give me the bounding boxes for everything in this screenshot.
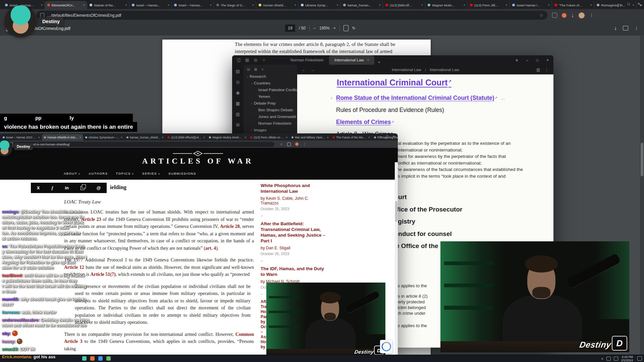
file-tree-item[interactable]: Ben Shapiro Debate: [244, 107, 297, 113]
close-icon[interactable]: ×: [393, 135, 394, 138]
reading-mode-icon[interactable]: ▥: [536, 67, 540, 72]
tab-close-icon[interactable]: ×: [368, 136, 370, 139]
chat-username[interactable]: ss:: [2, 244, 8, 249]
note-link[interactable]: Elements of Crimes: [336, 116, 391, 128]
browser-tab[interactable]: (113) Penn Jillette on wh...×: [248, 134, 289, 140]
extension-badge-icon[interactable]: [562, 13, 567, 18]
file-tree-item[interactable]: ›Images: [244, 127, 297, 133]
folder-icon[interactable]: ▤: [245, 58, 249, 62]
linkedin-icon[interactable]: in: [65, 185, 69, 190]
browser-tab[interactable]: Human Shield...×: [256, 1, 299, 9]
browser-tab[interactable]: Ukraine Symp...×: [299, 1, 341, 9]
browser-tab[interactable]: (113) Penn Jilli...×: [468, 1, 510, 9]
new-note-tab-button[interactable]: +: [378, 60, 380, 65]
fit-page-icon[interactable]: [343, 25, 348, 31]
file-tree-item[interactable]: ⌄Research: [244, 73, 297, 80]
site-logo-wordmark[interactable]: ARTICLES OF WAR: [0, 157, 398, 166]
file-tree-item[interactable]: Norman Finkelstein: [244, 120, 297, 127]
chat-username[interactable]: tearBlood:: [2, 273, 23, 278]
chat-username[interactable]: mann55:: [2, 297, 19, 302]
tab-close-icon[interactable]: ×: [379, 3, 381, 7]
tab-close-icon[interactable]: ×: [168, 3, 169, 7]
close-icon[interactable]: ×: [547, 58, 549, 62]
files-icon[interactable]: ▤: [236, 69, 240, 74]
notification-center-icon[interactable]: [637, 356, 642, 361]
bookmark-star-icon[interactable]: ☆: [539, 13, 543, 18]
address-bar[interactable]: …/what-is-and-is-not-human-shielding/: [6, 142, 274, 147]
chat-username[interactable]: hussy:: [2, 339, 15, 344]
related-article-title[interactable]: White Phosphorus and International Law: [261, 183, 326, 194]
file-tree-item[interactable]: Israel Palestine Conflict: [244, 86, 297, 93]
canvas-icon[interactable]: ▦: [236, 101, 240, 106]
close-icon[interactable]: ×: [638, 2, 640, 6]
browser-tab[interactable]: (113) [Mild effects][volu...×: [166, 134, 207, 140]
tab-close-icon[interactable]: ×: [210, 3, 212, 7]
tab-close-icon[interactable]: ×: [367, 55, 369, 65]
browser-tab[interactable]: Wagner Mutiny timeline...×: [207, 134, 248, 140]
page-scrollbar[interactable]: [395, 162, 398, 358]
browser-tab[interactable]: Israel – Hamas...×: [172, 1, 214, 9]
mute-tab-icon[interactable]: [552, 13, 557, 18]
tab-close-icon[interactable]: ×: [245, 136, 246, 139]
browser-tab[interactable]: Ukraine Symposium – M...×: [83, 134, 124, 140]
tab-close-icon[interactable]: ×: [327, 136, 329, 139]
file-tree-item[interactable]: Jones and Greenwald D...: [244, 113, 297, 120]
tray-expand-icon[interactable]: ∧: [601, 357, 603, 360]
tab-close-icon[interactable]: ×: [125, 3, 127, 7]
chat-username[interactable]: Erick.montana:: [2, 355, 32, 359]
taskbar-app-icon[interactable]: [106, 356, 111, 361]
page-number-input[interactable]: 19: [285, 24, 295, 32]
related-article-author[interactable]: by Kevin S. Coble, John C. Tramazzo: [261, 196, 326, 205]
zoom-level[interactable]: 195%: [319, 26, 330, 31]
tab-close-icon[interactable]: ×: [121, 136, 122, 139]
tab-close-icon[interactable]: ×: [590, 3, 592, 7]
tab-close-icon[interactable]: ×: [162, 136, 164, 139]
display-icon[interactable]: [606, 357, 611, 361]
mute-tab-icon[interactable]: [287, 142, 291, 146]
file-tree-item[interactable]: Yemen: [244, 93, 297, 100]
sidebar-toggle-icon[interactable]: ◫: [237, 58, 240, 62]
minimize-icon[interactable]: –: [618, 2, 620, 6]
volume-icon[interactable]: [614, 357, 618, 361]
tab-close-icon[interactable]: ×: [337, 3, 338, 7]
browser-tab[interactable]: The Siege of G...×: [214, 1, 256, 9]
print-icon[interactable]: [623, 26, 628, 31]
tab-close-icon[interactable]: ×: [41, 3, 43, 7]
browser-tab[interactable]: hamas_human...×: [341, 1, 383, 9]
more-icon[interactable]: ⋮: [634, 26, 639, 31]
browser-tab[interactable]: (113) [Mild eff...×: [383, 1, 425, 9]
tab-close-icon[interactable]: ×: [38, 136, 40, 139]
nav-item-submissions[interactable]: SUBMISSIONS: [168, 172, 196, 175]
nav-item-topics[interactable]: TOPICS∨: [116, 172, 135, 175]
scrollbar-thumb[interactable]: [395, 201, 397, 222]
profile-avatar[interactable]: [579, 12, 585, 18]
browser-tab[interactable]: Statute of the...×: [87, 1, 129, 9]
email-icon[interactable]: @: [97, 185, 101, 190]
tab-close-icon[interactable]: ×: [548, 3, 550, 7]
nav-item-about[interactable]: ABOUT∨: [64, 172, 81, 175]
inline-link[interactable]: art. 4: [205, 246, 216, 251]
bookmark-icon[interactable]: ☆: [262, 58, 266, 62]
forward-icon[interactable]: →: [311, 67, 315, 72]
daily-note-icon[interactable]: ▥: [236, 112, 240, 117]
breadcrumb-segment[interactable]: International Law: [392, 68, 421, 72]
facebook-icon[interactable]: f: [52, 185, 53, 191]
tab-close-icon[interactable]: ×: [464, 3, 465, 7]
copy-link-icon[interactable]: [80, 186, 85, 190]
browser-tab[interactable]: Human Shields in Intern...×: [42, 134, 83, 140]
minimize-icon[interactable]: –: [380, 135, 381, 138]
browser-tab[interactable]: Israel – Hamas...×: [129, 1, 172, 9]
window-menu-icon[interactable]: ∨: [516, 58, 518, 62]
maximize-icon[interactable]: □: [386, 135, 388, 138]
graph-icon[interactable]: ◉: [236, 90, 239, 95]
menu-kebab-icon[interactable]: ⋮: [589, 13, 594, 18]
browser-tab[interactable]: The Future of the West B...×: [331, 134, 372, 140]
chat-username[interactable]: smax23:: [2, 347, 19, 352]
browser-tab[interactable]: hamas_human_shields.pdf×: [124, 134, 166, 140]
more-options-icon[interactable]: ⋮: [545, 67, 549, 72]
address-bar[interactable]: …/default/files/ElementsOfCrimesEng.pdf …: [36, 11, 547, 20]
menu-kebab-icon[interactable]: ⋮: [303, 142, 306, 146]
browser-tab[interactable]: Israel-Hamas I...×: [510, 1, 552, 9]
scrollbar-thumb[interactable]: [641, 143, 643, 176]
browser-tab[interactable]: ElementsOfCri...×: [45, 1, 87, 9]
